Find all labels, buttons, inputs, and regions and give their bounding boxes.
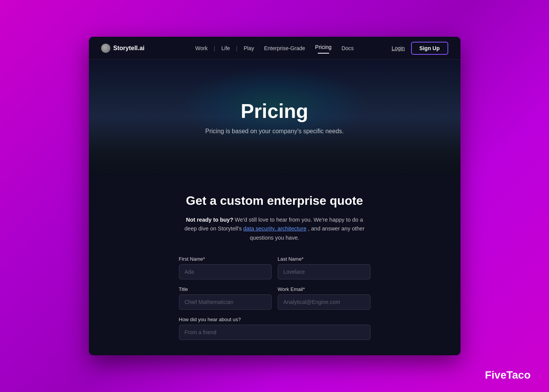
login-link[interactable]: Login xyxy=(392,45,405,51)
first-name-label: First Name* xyxy=(179,256,272,262)
title-label: Title xyxy=(179,286,272,292)
nav-pricing-wrapper: Pricing xyxy=(311,42,336,54)
work-email-input[interactable] xyxy=(278,294,370,310)
nav-link-play[interactable]: Play xyxy=(240,44,258,53)
nav-link-pricing[interactable]: Pricing xyxy=(311,42,336,52)
form-description-bold: Not ready to buy? xyxy=(186,217,233,223)
hero-subtitle: Pricing is based on your company's speci… xyxy=(205,128,344,135)
nav-sep-2: | xyxy=(236,45,238,51)
navbar: Storytell.ai Work | Life | Play Enterpri… xyxy=(89,37,461,60)
form-description: Not ready to buy? We'd still love to hea… xyxy=(183,216,367,242)
how-hear-label: How did you hear about us? xyxy=(179,317,370,322)
form-group-how-hear: How did you hear about us? xyxy=(179,317,370,340)
logo-icon xyxy=(101,44,110,53)
form-group-work-email: Work Email* xyxy=(278,286,370,310)
hero-title: Pricing xyxy=(241,100,308,122)
form-row-title-email: Title Work Email* xyxy=(179,286,370,310)
browser-window: Storytell.ai Work | Life | Play Enterpri… xyxy=(89,37,461,355)
signup-button[interactable]: Sign Up xyxy=(411,42,448,55)
form-group-title: Title xyxy=(179,286,272,310)
form-group-lastname: Last Name* xyxy=(278,256,370,279)
form-section-title: Get a custom enterprise quote xyxy=(101,194,448,208)
hero-section: Pricing Pricing is based on your company… xyxy=(89,60,461,175)
logo[interactable]: Storytell.ai xyxy=(101,44,145,53)
brand-name: Storytell.ai xyxy=(113,45,145,52)
form-group-firstname: First Name* xyxy=(179,256,272,279)
nav-sep-1: | xyxy=(214,45,215,51)
work-email-label: Work Email* xyxy=(278,286,370,292)
how-hear-input[interactable] xyxy=(179,325,370,340)
last-name-input[interactable] xyxy=(278,264,370,279)
form-section: Get a custom enterprise quote Not ready … xyxy=(89,175,461,355)
form-description-link[interactable]: data security, architecture xyxy=(243,225,306,232)
first-name-input[interactable] xyxy=(179,264,272,279)
form-grid: First Name* Last Name* Title Work Email* xyxy=(179,256,370,340)
watermark: FiveTaco xyxy=(485,369,531,381)
nav-link-work[interactable]: Work xyxy=(192,44,211,53)
nav-link-enterprise[interactable]: Enterprise-Grade xyxy=(260,44,309,53)
navbar-actions: Login Sign Up xyxy=(392,42,448,55)
title-input[interactable] xyxy=(179,294,272,310)
navbar-links: Work | Life | Play Enterprise-Grade Pric… xyxy=(192,42,358,54)
nav-link-life[interactable]: Life xyxy=(218,44,234,53)
last-name-label: Last Name* xyxy=(278,256,370,262)
form-row-name: First Name* Last Name* xyxy=(179,256,370,279)
nav-active-underline xyxy=(318,53,329,54)
nav-link-docs[interactable]: Docs xyxy=(338,44,357,53)
